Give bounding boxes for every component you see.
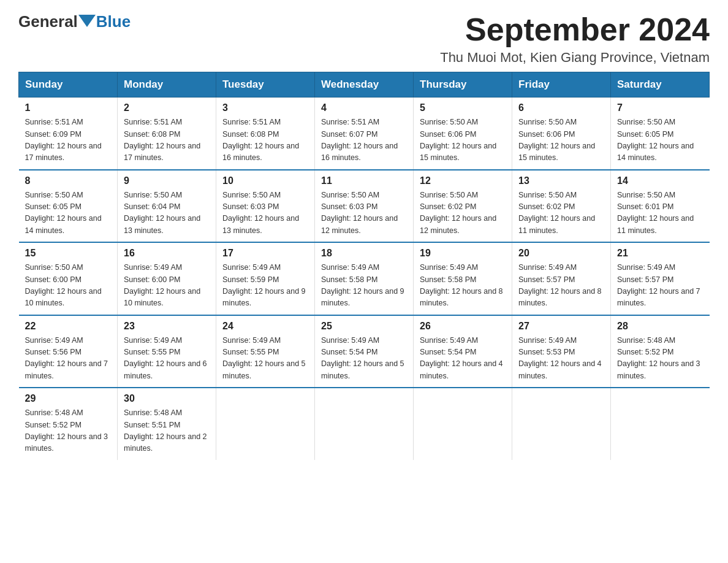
day-info: Sunrise: 5:51 AM Sunset: 6:08 PM Dayligh… <box>124 117 210 164</box>
calendar-cell: 16 Sunrise: 5:49 AM Sunset: 6:00 PM Dayl… <box>118 242 216 315</box>
calendar-cell: 30 Sunrise: 5:48 AM Sunset: 5:51 PM Dayl… <box>118 388 216 460</box>
calendar-cell <box>216 388 315 460</box>
calendar-cell: 27 Sunrise: 5:49 AM Sunset: 5:53 PM Dayl… <box>512 315 611 388</box>
day-info: Sunrise: 5:50 AM Sunset: 6:02 PM Dayligh… <box>518 190 604 237</box>
day-info: Sunrise: 5:48 AM Sunset: 5:52 PM Dayligh… <box>25 407 112 455</box>
day-info: Sunrise: 5:49 AM Sunset: 5:53 PM Dayligh… <box>518 335 604 383</box>
calendar-cell: 2 Sunrise: 5:51 AM Sunset: 6:08 PM Dayli… <box>118 98 216 170</box>
day-number: 8 <box>25 175 112 186</box>
day-number: 27 <box>518 321 604 332</box>
col-saturday: Saturday <box>611 72 710 98</box>
calendar-cell: 15 Sunrise: 5:50 AM Sunset: 6:00 PM Dayl… <box>19 242 118 315</box>
calendar-table: Sunday Monday Tuesday Wednesday Thursday… <box>18 72 710 460</box>
day-info: Sunrise: 5:50 AM Sunset: 6:03 PM Dayligh… <box>222 190 308 237</box>
page-header: General Blue September 2024 Thu Muoi Mot… <box>18 12 710 66</box>
calendar-cell: 3 Sunrise: 5:51 AM Sunset: 6:08 PM Dayli… <box>216 98 315 170</box>
day-number: 10 <box>222 175 308 186</box>
calendar-cell: 10 Sunrise: 5:50 AM Sunset: 6:03 PM Dayl… <box>216 170 315 243</box>
day-info: Sunrise: 5:49 AM Sunset: 5:58 PM Dayligh… <box>321 262 407 310</box>
day-number: 30 <box>124 393 210 404</box>
day-number: 29 <box>25 393 112 404</box>
day-info: Sunrise: 5:51 AM Sunset: 6:08 PM Dayligh… <box>222 117 308 164</box>
location-title: Thu Muoi Mot, Kien Giang Province, Vietn… <box>440 50 710 66</box>
day-number: 12 <box>420 175 506 186</box>
calendar-cell <box>512 388 611 460</box>
day-number: 1 <box>25 102 112 113</box>
calendar-week-row-3: 15 Sunrise: 5:50 AM Sunset: 6:00 PM Dayl… <box>19 242 710 315</box>
day-number: 3 <box>222 102 308 113</box>
calendar-cell: 25 Sunrise: 5:49 AM Sunset: 5:54 PM Dayl… <box>315 315 414 388</box>
day-info: Sunrise: 5:51 AM Sunset: 6:09 PM Dayligh… <box>25 117 112 164</box>
calendar-week-row-5: 29 Sunrise: 5:48 AM Sunset: 5:52 PM Dayl… <box>19 388 710 460</box>
day-number: 26 <box>420 321 506 332</box>
day-info: Sunrise: 5:50 AM Sunset: 6:01 PM Dayligh… <box>617 190 703 237</box>
calendar-cell <box>611 388 710 460</box>
day-info: Sunrise: 5:48 AM Sunset: 5:52 PM Dayligh… <box>617 335 703 383</box>
day-info: Sunrise: 5:49 AM Sunset: 5:54 PM Dayligh… <box>321 335 407 383</box>
calendar-cell: 13 Sunrise: 5:50 AM Sunset: 6:02 PM Dayl… <box>512 170 611 243</box>
calendar-cell: 20 Sunrise: 5:49 AM Sunset: 5:57 PM Dayl… <box>512 242 611 315</box>
day-info: Sunrise: 5:50 AM Sunset: 6:03 PM Dayligh… <box>321 190 407 237</box>
day-info: Sunrise: 5:49 AM Sunset: 6:00 PM Dayligh… <box>124 262 210 310</box>
day-info: Sunrise: 5:49 AM Sunset: 5:54 PM Dayligh… <box>420 335 506 383</box>
day-number: 25 <box>321 321 407 332</box>
day-number: 6 <box>518 102 604 113</box>
day-number: 28 <box>617 321 703 332</box>
day-number: 19 <box>420 248 506 259</box>
col-thursday: Thursday <box>414 72 512 98</box>
calendar-cell: 11 Sunrise: 5:50 AM Sunset: 6:03 PM Dayl… <box>315 170 414 243</box>
logo-blue-text: Blue <box>96 12 131 31</box>
day-number: 2 <box>124 102 210 113</box>
calendar-cell: 5 Sunrise: 5:50 AM Sunset: 6:06 PM Dayli… <box>414 98 512 170</box>
day-number: 14 <box>617 175 703 186</box>
logo-triangle-icon <box>78 15 96 27</box>
calendar-cell: 1 Sunrise: 5:51 AM Sunset: 6:09 PM Dayli… <box>19 98 118 170</box>
calendar-week-row-1: 1 Sunrise: 5:51 AM Sunset: 6:09 PM Dayli… <box>19 98 710 170</box>
calendar-cell: 17 Sunrise: 5:49 AM Sunset: 5:59 PM Dayl… <box>216 242 315 315</box>
calendar-cell <box>315 388 414 460</box>
day-number: 20 <box>518 248 604 259</box>
logo-general-text: General <box>18 12 78 31</box>
calendar-cell: 12 Sunrise: 5:50 AM Sunset: 6:02 PM Dayl… <box>414 170 512 243</box>
day-number: 24 <box>222 321 308 332</box>
col-wednesday: Wednesday <box>315 72 414 98</box>
calendar-cell: 24 Sunrise: 5:49 AM Sunset: 5:55 PM Dayl… <box>216 315 315 388</box>
calendar-cell: 6 Sunrise: 5:50 AM Sunset: 6:06 PM Dayli… <box>512 98 611 170</box>
day-info: Sunrise: 5:49 AM Sunset: 5:57 PM Dayligh… <box>518 262 604 310</box>
col-sunday: Sunday <box>19 72 118 98</box>
day-number: 16 <box>124 248 210 259</box>
day-number: 11 <box>321 175 407 186</box>
day-info: Sunrise: 5:50 AM Sunset: 6:05 PM Dayligh… <box>617 117 703 164</box>
day-number: 4 <box>321 102 407 113</box>
day-info: Sunrise: 5:49 AM Sunset: 5:58 PM Dayligh… <box>420 262 506 310</box>
day-number: 18 <box>321 248 407 259</box>
calendar-cell: 28 Sunrise: 5:48 AM Sunset: 5:52 PM Dayl… <box>611 315 710 388</box>
month-title: September 2024 <box>440 12 710 47</box>
title-area: September 2024 Thu Muoi Mot, Kien Giang … <box>440 12 710 66</box>
logo: General Blue <box>18 12 131 31</box>
day-number: 13 <box>518 175 604 186</box>
day-number: 17 <box>222 248 308 259</box>
calendar-cell <box>414 388 512 460</box>
col-friday: Friday <box>512 72 611 98</box>
day-number: 7 <box>617 102 703 113</box>
col-monday: Monday <box>118 72 216 98</box>
calendar-week-row-2: 8 Sunrise: 5:50 AM Sunset: 6:05 PM Dayli… <box>19 170 710 243</box>
calendar-cell: 4 Sunrise: 5:51 AM Sunset: 6:07 PM Dayli… <box>315 98 414 170</box>
day-info: Sunrise: 5:49 AM Sunset: 5:56 PM Dayligh… <box>25 335 112 383</box>
calendar-cell: 23 Sunrise: 5:49 AM Sunset: 5:55 PM Dayl… <box>118 315 216 388</box>
col-tuesday: Tuesday <box>216 72 315 98</box>
day-info: Sunrise: 5:48 AM Sunset: 5:51 PM Dayligh… <box>124 407 210 455</box>
day-number: 9 <box>124 175 210 186</box>
calendar-week-row-4: 22 Sunrise: 5:49 AM Sunset: 5:56 PM Dayl… <box>19 315 710 388</box>
day-info: Sunrise: 5:51 AM Sunset: 6:07 PM Dayligh… <box>321 117 407 164</box>
calendar-cell: 29 Sunrise: 5:48 AM Sunset: 5:52 PM Dayl… <box>19 388 118 460</box>
day-info: Sunrise: 5:49 AM Sunset: 5:55 PM Dayligh… <box>222 335 308 383</box>
calendar-cell: 7 Sunrise: 5:50 AM Sunset: 6:05 PM Dayli… <box>611 98 710 170</box>
day-info: Sunrise: 5:50 AM Sunset: 6:00 PM Dayligh… <box>25 262 112 310</box>
day-info: Sunrise: 5:50 AM Sunset: 6:04 PM Dayligh… <box>124 190 210 237</box>
day-number: 5 <box>420 102 506 113</box>
calendar-cell: 21 Sunrise: 5:49 AM Sunset: 5:57 PM Dayl… <box>611 242 710 315</box>
day-number: 22 <box>25 321 112 332</box>
calendar-cell: 22 Sunrise: 5:49 AM Sunset: 5:56 PM Dayl… <box>19 315 118 388</box>
